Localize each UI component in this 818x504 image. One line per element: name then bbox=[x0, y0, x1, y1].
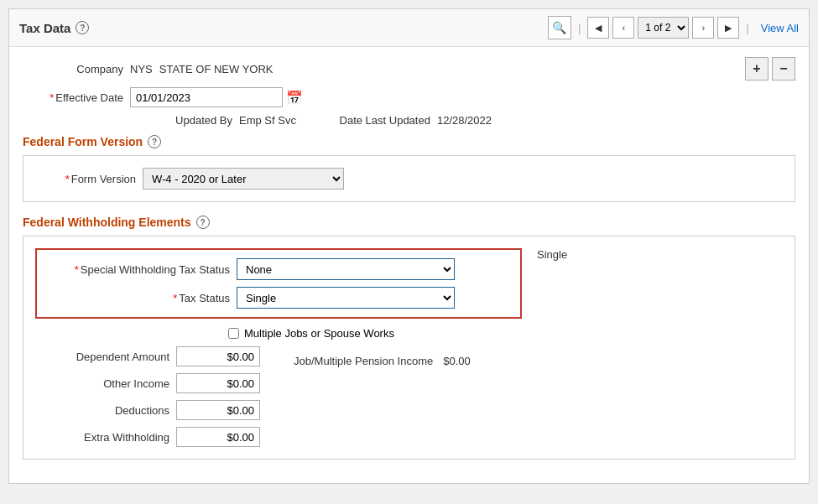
page-select[interactable]: 1 of 2 2 of 2 bbox=[638, 17, 689, 39]
nav-prev-icon: ‹ bbox=[622, 23, 625, 33]
effective-date-input[interactable] bbox=[130, 87, 283, 107]
add-button[interactable]: + bbox=[745, 57, 769, 81]
deductions-label: Deductions bbox=[35, 404, 169, 417]
deductions-row: Deductions bbox=[35, 400, 260, 420]
add-remove-btns: + − bbox=[745, 57, 795, 81]
nav-first-button[interactable]: ◀ bbox=[587, 17, 609, 39]
remove-button[interactable]: − bbox=[772, 57, 795, 81]
nav-controls: 🔍 | ◀ ‹ 1 of 2 2 of 2 › ▶ | View All bbox=[548, 16, 799, 39]
multiple-jobs-label: Multiple Jobs or Spouse Works bbox=[244, 327, 394, 340]
header-bar: Tax Data ? 🔍 | ◀ ‹ 1 of 2 2 of 2 › ▶ bbox=[9, 9, 809, 47]
federal-form-version-title: Federal Form Version bbox=[23, 135, 143, 148]
tax-status-dropdown[interactable]: Single Married Head of Household bbox=[237, 287, 455, 309]
pension-value: $0.00 bbox=[443, 355, 471, 367]
other-income-row: Other Income bbox=[35, 373, 260, 393]
other-income-label: Other Income bbox=[35, 377, 169, 390]
multiple-jobs-checkbox[interactable] bbox=[228, 328, 239, 339]
effective-date-row: Effective Date 📅 bbox=[23, 87, 795, 107]
view-all-link[interactable]: View All bbox=[761, 22, 799, 34]
tax-status-label: Tax Status bbox=[45, 292, 230, 304]
nav-prev-button[interactable]: ‹ bbox=[612, 17, 634, 39]
company-code: NYS bbox=[130, 63, 153, 75]
calendar-icon[interactable]: 📅 bbox=[286, 90, 303, 106]
extra-withholding-label: Extra Withholding bbox=[35, 431, 169, 444]
federal-form-version-header: Federal Form Version ? bbox=[23, 135, 795, 148]
effective-date-label: Effective Date bbox=[23, 91, 123, 104]
form-version-row: Form Version W-4 - 2020 or Later W-4 - P… bbox=[35, 168, 783, 190]
header-title: Tax Data ? bbox=[19, 21, 89, 35]
date-last-updated-value: 12/28/2022 bbox=[437, 114, 492, 127]
nav-first-icon: ◀ bbox=[595, 23, 602, 34]
amounts-right: Job/Multiple Pension Income $0.00 bbox=[294, 346, 471, 447]
federal-withholding-header: Federal Withholding Elements ? bbox=[23, 216, 795, 229]
special-withholding-label: Special Withholding Tax Status bbox=[45, 263, 230, 276]
pension-label: Job/Multiple Pension Income bbox=[294, 355, 433, 367]
updated-row: Updated By Emp Sf Svc Date Last Updated … bbox=[23, 114, 795, 127]
company-label: Company bbox=[23, 63, 123, 75]
extra-withholding-row: Extra Withholding bbox=[35, 427, 260, 447]
search-button[interactable]: 🔍 bbox=[548, 16, 571, 39]
dependent-amount-row: Dependent Amount bbox=[35, 346, 260, 366]
updated-by-label: Updated By bbox=[132, 114, 232, 127]
extra-withholding-input[interactable] bbox=[176, 427, 260, 447]
date-last-updated-pair: Date Last Updated 12/28/2022 bbox=[330, 114, 492, 127]
special-withholding-dropdown[interactable]: None Exempt Non-Resident Alien bbox=[237, 258, 455, 280]
nav-separator-1: | bbox=[578, 22, 581, 34]
form-version-label: Form Version bbox=[35, 173, 136, 185]
date-last-updated-label: Date Last Updated bbox=[330, 114, 430, 127]
nav-last-icon: ▶ bbox=[725, 23, 732, 34]
nav-last-button[interactable]: ▶ bbox=[717, 17, 739, 39]
title-help-icon[interactable]: ? bbox=[76, 21, 89, 34]
tax-status-display: Single bbox=[537, 248, 567, 261]
nav-next-icon: › bbox=[701, 23, 705, 33]
company-left: Company NYS STATE OF NEW YORK bbox=[23, 63, 274, 75]
search-icon: 🔍 bbox=[552, 21, 566, 34]
multiple-jobs-row: Multiple Jobs or Spouse Works bbox=[35, 327, 783, 340]
main-content: Company NYS STATE OF NEW YORK + − Effect… bbox=[9, 47, 809, 483]
nav-next-button[interactable]: › bbox=[692, 17, 714, 39]
other-income-input[interactable] bbox=[176, 373, 260, 393]
company-name: STATE OF NEW YORK bbox=[159, 63, 274, 75]
dependent-amount-input[interactable] bbox=[176, 346, 260, 366]
federal-form-help-icon[interactable]: ? bbox=[148, 135, 161, 148]
page-container: Tax Data ? 🔍 | ◀ ‹ 1 of 2 2 of 2 › ▶ bbox=[8, 8, 810, 484]
federal-withholding-help-icon[interactable]: ? bbox=[196, 216, 210, 229]
dependent-amount-label: Dependent Amount bbox=[35, 351, 169, 363]
federal-form-version-card: Form Version W-4 - 2020 or Later W-4 - P… bbox=[23, 155, 795, 202]
nav-separator-2: | bbox=[746, 22, 748, 34]
withholding-inner-box: Special Withholding Tax Status None Exem… bbox=[35, 248, 522, 319]
amounts-section: Dependent Amount Other Income Deductions… bbox=[35, 346, 783, 447]
special-withholding-row: Special Withholding Tax Status None Exem… bbox=[45, 258, 512, 280]
federal-withholding-card: Special Withholding Tax Status None Exem… bbox=[23, 236, 795, 460]
form-version-dropdown[interactable]: W-4 - 2020 or Later W-4 - Pre-2020 W-4P bbox=[143, 168, 344, 190]
date-input-wrapper: 📅 bbox=[130, 87, 303, 107]
company-row: Company NYS STATE OF NEW YORK + − bbox=[23, 57, 795, 81]
tax-status-row: Tax Status Single Married Head of Househ… bbox=[45, 287, 512, 309]
updated-by-value: Emp Sf Svc bbox=[239, 114, 296, 127]
deductions-input[interactable] bbox=[176, 400, 260, 420]
updated-by-pair: Updated By Emp Sf Svc bbox=[132, 114, 296, 127]
amounts-left: Dependent Amount Other Income Deductions… bbox=[35, 346, 260, 447]
federal-withholding-title: Federal Withholding Elements bbox=[23, 216, 191, 229]
title-text: Tax Data bbox=[19, 21, 70, 35]
